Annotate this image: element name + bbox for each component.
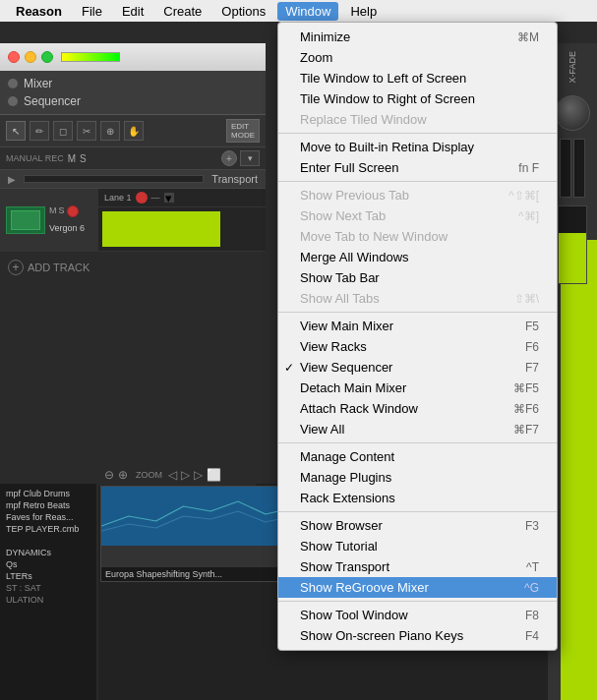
menu-item-prev-tab: Show Previous Tab ^⇧⌘[ xyxy=(278,185,557,205)
separator-2 xyxy=(278,181,557,182)
menu-item-show-tutorial[interactable]: Show Tutorial xyxy=(278,536,557,556)
shortcut-tool: F8 xyxy=(525,609,539,622)
shortcut-browser: F3 xyxy=(525,519,539,533)
menu-item-retina[interactable]: Move to Built-in Retina Display xyxy=(278,137,557,157)
menu-item-show-regroove[interactable]: Show ReGroove Mixer ^G xyxy=(278,577,557,598)
menu-item-tile-right[interactable]: Tile Window to Right of Screen xyxy=(278,88,557,109)
shortcut-detach: ⌘F5 xyxy=(513,381,539,395)
menu-item-rack-ext[interactable]: Rack Extensions xyxy=(278,488,557,508)
menu-item-view-racks[interactable]: View Racks F6 xyxy=(278,336,557,357)
menu-item-manage-plugins[interactable]: Manage Plugins xyxy=(278,467,557,488)
menu-item-move-tab: Move Tab to New Window xyxy=(278,226,557,247)
menu-item-tile-left[interactable]: Tile Window to Left of Screen xyxy=(278,68,557,88)
dropdown-overlay[interactable]: Minimize ⌘M Zoom Tile Window to Left of … xyxy=(0,0,597,700)
separator-1 xyxy=(278,133,557,134)
shortcut-minimize: ⌘M xyxy=(517,30,539,44)
menu-item-fullscreen[interactable]: Enter Full Screen fn F xyxy=(278,157,557,178)
menu-item-next-tab: Show Next Tab ^⌘] xyxy=(278,205,557,226)
menu-item-replace-tiled: Replace Tiled Window xyxy=(278,109,557,130)
shortcut-piano: F4 xyxy=(525,629,539,643)
shortcut-mixer: F5 xyxy=(525,320,539,333)
separator-5 xyxy=(278,511,557,512)
menu-item-view-all[interactable]: View All ⌘F7 xyxy=(278,419,557,439)
checkmark-sequencer: ✓ xyxy=(284,361,294,375)
separator-4 xyxy=(278,442,557,443)
menu-item-attach-rack[interactable]: Attach Rack Window ⌘F6 xyxy=(278,398,557,419)
window-menu: Minimize ⌘M Zoom Tile Window to Left of … xyxy=(277,22,558,651)
shortcut-next-tab: ^⌘] xyxy=(518,209,539,223)
separator-3 xyxy=(278,312,557,313)
shortcut-fullscreen: fn F xyxy=(518,161,539,175)
menu-item-view-sequencer[interactable]: ✓ View Sequencer F7 xyxy=(278,357,557,378)
shortcut-view-all: ⌘F7 xyxy=(513,423,539,437)
menu-item-show-browser[interactable]: Show Browser F3 xyxy=(278,515,557,536)
shortcut-racks: F6 xyxy=(525,340,539,354)
menu-item-show-transport[interactable]: Show Transport ^T xyxy=(278,556,557,577)
shortcut-regroove: ^G xyxy=(524,581,539,595)
menu-item-detach-mixer[interactable]: Detach Main Mixer ⌘F5 xyxy=(278,378,557,398)
menu-item-show-tool[interactable]: Show Tool Window F8 xyxy=(278,605,557,625)
shortcut-all-tabs: ⇧⌘\ xyxy=(514,292,539,306)
menu-item-view-mixer[interactable]: View Main Mixer F5 xyxy=(278,316,557,336)
shortcut-sequencer: F7 xyxy=(525,361,539,375)
menu-item-show-tab-bar[interactable]: Show Tab Bar xyxy=(278,267,557,288)
menu-item-show-piano[interactable]: Show On-screen Piano Keys F4 xyxy=(278,625,557,646)
menu-item-merge-all[interactable]: Merge All Windows xyxy=(278,247,557,267)
separator-6 xyxy=(278,601,557,602)
menu-item-minimize[interactable]: Minimize ⌘M xyxy=(278,27,557,47)
shortcut-transport: ^T xyxy=(526,560,539,574)
shortcut-attach: ⌘F6 xyxy=(513,402,539,416)
shortcut-prev-tab: ^⇧⌘[ xyxy=(508,189,539,203)
menu-item-zoom[interactable]: Zoom xyxy=(278,47,557,68)
menu-item-manage-content[interactable]: Manage Content xyxy=(278,446,557,467)
menu-item-show-all-tabs: Show All Tabs ⇧⌘\ xyxy=(278,288,557,309)
